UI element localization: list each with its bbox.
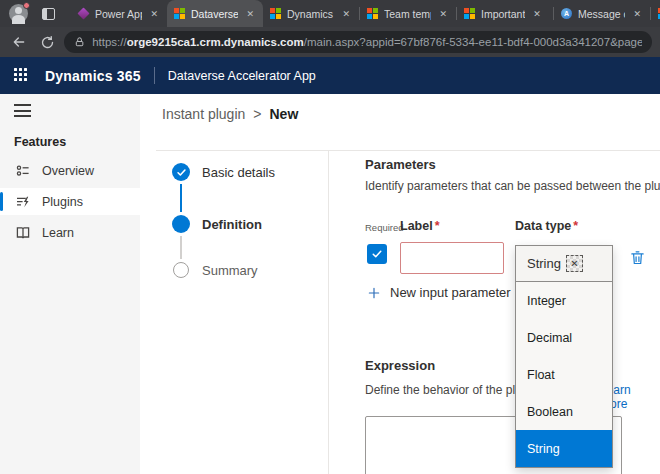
datatype-option-boolean[interactable]: Boolean [516, 393, 612, 430]
tab-label: Team temp [384, 8, 431, 20]
sidebar-item-label: Plugins [42, 195, 83, 209]
delete-parameter-button[interactable] [629, 249, 646, 266]
breadcrumb: Instant plugin > New [162, 106, 298, 122]
browser-tab-important[interactable]: Important [457, 0, 553, 27]
app-header: Dynamics 365 Dataverse Accelerator App [0, 57, 660, 94]
tab-label: Message c [578, 8, 625, 20]
step-upcoming-circle[interactable] [173, 262, 189, 278]
datatype-option-decimal[interactable]: Decimal [516, 319, 612, 356]
address-bar[interactable]: https://orge9215ca1.crm.dynamics.com/mai… [64, 31, 652, 53]
tab-label: Dynamics 3 [287, 8, 334, 20]
microsoft-icon [270, 8, 281, 19]
tabs: Power App Dataverse Dynamics 3 Team temp [71, 0, 660, 27]
breadcrumb-parent[interactable]: Instant plugin [162, 106, 245, 122]
lock-icon [74, 36, 85, 48]
expression-description: Define the behavior of the plugin [365, 383, 538, 397]
wizard-step-definition[interactable]: Definition [202, 217, 262, 232]
header-divider [154, 67, 155, 84]
datatype-dropdown: String Integer Decimal Float Boolean Str… [515, 245, 613, 468]
tab-label: Dataverse [191, 8, 238, 20]
tab-label: Important [481, 8, 525, 20]
required-column-label: Required [365, 222, 404, 233]
notification-dot [23, 2, 30, 9]
check-icon [371, 248, 383, 260]
back-arrow-icon [11, 34, 27, 50]
close-icon[interactable] [531, 8, 543, 20]
book-icon [15, 225, 31, 241]
expression-title: Expression [365, 358, 435, 373]
power-apps-icon [77, 7, 89, 19]
chevron-separator: > [253, 106, 261, 122]
url-text: https://orge9215ca1.crm.dynamics.com/mai… [92, 36, 642, 48]
brand-title: Dynamics 365 [45, 68, 141, 84]
hamburger-menu-icon[interactable] [14, 104, 31, 117]
close-icon[interactable] [631, 8, 643, 20]
tab-label: Power App [95, 8, 142, 20]
microsoft-icon [367, 8, 378, 19]
header-rule [156, 150, 660, 151]
refresh-button[interactable] [36, 31, 58, 53]
datatype-option-string[interactable]: String [516, 430, 612, 467]
required-checkbox[interactable] [367, 244, 387, 264]
avatar-head [15, 7, 22, 14]
wizard-step-summary[interactable]: Summary [202, 263, 258, 278]
refresh-icon [40, 35, 55, 50]
avatar-body [12, 15, 25, 24]
plus-icon [367, 286, 381, 300]
sidebar-item-label: Learn [42, 226, 74, 240]
waffle-icon[interactable] [14, 68, 29, 83]
label-field-label: Label* [400, 219, 440, 233]
sidebar-item-overview[interactable]: Overview [0, 157, 140, 184]
wizard-step-basic-details[interactable]: Basic details [202, 165, 275, 180]
app-name[interactable]: Dataverse Accelerator App [168, 69, 316, 83]
browser-tab-power-apps[interactable]: Power App [71, 0, 167, 27]
parameters-description: Identify parameters that can be passed b… [365, 179, 660, 193]
step-connector [180, 236, 182, 259]
sidebar-section-title: Features [14, 135, 66, 149]
browser-tab-partial[interactable] [651, 0, 660, 27]
url-path: /main.aspx?appid=67bf876f-5334-ee11-bdf4… [304, 36, 642, 48]
datatype-field-label: Data type* [515, 219, 578, 233]
new-input-parameter-button[interactable]: New input parameter [367, 285, 511, 300]
datatype-option-float[interactable]: Float [516, 356, 612, 393]
browser-tab-dataverse[interactable]: Dataverse [167, 0, 263, 27]
browser-tab-strip: Power App Dataverse Dynamics 3 Team temp [0, 0, 660, 27]
breadcrumb-current: New [269, 106, 298, 122]
close-icon[interactable] [340, 8, 352, 20]
url-domain: orge9215ca1.crm.dynamics.com [127, 36, 304, 48]
step-connector [180, 184, 182, 212]
browser-tab-dynamics[interactable]: Dynamics 3 [263, 0, 359, 27]
url-scheme: https:// [92, 36, 127, 48]
new-input-parameter-label: New input parameter [390, 285, 511, 300]
side-panel-icon[interactable] [42, 8, 55, 20]
overview-icon [15, 163, 31, 179]
browser-toolbar: https://orge9215ca1.crm.dynamics.com/mai… [0, 27, 660, 57]
browser-profile-avatar[interactable] [9, 4, 28, 23]
label-input[interactable] [400, 242, 504, 274]
required-asterisk: * [435, 219, 440, 233]
column-divider [328, 151, 329, 474]
back-button[interactable] [8, 31, 30, 53]
required-asterisk: * [573, 219, 578, 233]
datatype-option-integer[interactable]: Integer [516, 282, 612, 319]
trash-icon [629, 249, 646, 266]
microsoft-icon [464, 8, 475, 19]
sidebar-item-label: Overview [42, 164, 94, 178]
sidebar-item-learn[interactable]: Learn [0, 219, 140, 246]
close-icon[interactable] [148, 8, 160, 20]
plugins-icon [15, 194, 31, 210]
microsoft-icon [174, 8, 185, 19]
step-complete-check-icon[interactable] [172, 163, 190, 181]
datatype-select[interactable]: String [516, 246, 612, 282]
browser-tab-team-templates[interactable]: Team temp [360, 0, 456, 27]
browser-tab-message[interactable]: Message c [554, 0, 650, 27]
parameters-title: Parameters [365, 157, 436, 172]
screen: Power App Dataverse Dynamics 3 Team temp [0, 0, 660, 474]
broken-image-icon [566, 255, 583, 272]
sidebar-item-plugins[interactable]: Plugins [0, 188, 140, 215]
close-icon[interactable] [437, 8, 449, 20]
message-app-icon [561, 8, 572, 19]
step-current-dot[interactable] [172, 215, 190, 233]
close-icon[interactable] [244, 8, 256, 20]
sidebar: Features Overview Plugins Learn [0, 94, 140, 474]
